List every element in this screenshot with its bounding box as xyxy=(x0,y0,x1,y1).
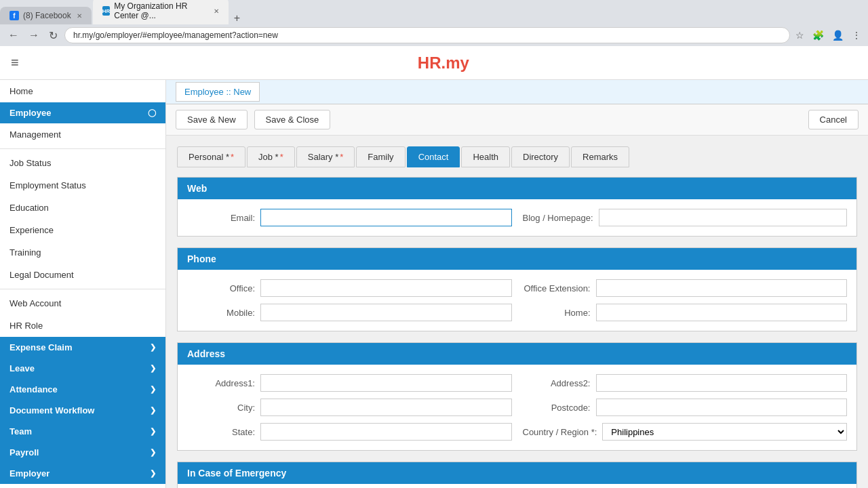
sidebar-expense-claim-label: Expense Claim xyxy=(9,342,73,352)
logo-suffix: my xyxy=(446,54,469,72)
country-label: Country / Region *: xyxy=(523,427,597,437)
sidebar-item-leave[interactable]: Leave ❯ xyxy=(0,358,165,379)
cancel-button[interactable]: Cancel xyxy=(808,110,859,129)
app-header: ≡ HR.my xyxy=(0,46,868,80)
breadcrumb-bar: Employee :: New xyxy=(166,80,868,104)
refresh-button[interactable]: ↻ xyxy=(46,28,60,43)
sidebar-item-employee[interactable]: Employee ◯ xyxy=(0,102,165,123)
sidebar: Home Employee ◯ Management Job Status Em… xyxy=(0,80,166,488)
address-section-header: Address xyxy=(178,343,856,365)
email-input[interactable] xyxy=(260,209,512,226)
sidebar-item-document-workflow[interactable]: Document Workflow ❯ xyxy=(0,400,165,421)
sidebar-employee-label: Employee xyxy=(9,108,51,118)
tab-hr-close[interactable]: ✕ xyxy=(214,7,219,15)
form-area: Personal * Job * Salary * Family Contact… xyxy=(166,136,868,488)
phone-section: Phone Office: Office Extension: xyxy=(177,247,857,331)
postcode-group: Postcode: xyxy=(523,399,848,416)
bookmark-star-icon[interactable]: ☆ xyxy=(794,28,806,42)
address-row2: City: Postcode: xyxy=(187,399,847,416)
mobile-phone-input[interactable] xyxy=(260,304,512,321)
payroll-chevron-icon: ❯ xyxy=(150,448,156,457)
sidebar-team-label: Team xyxy=(9,426,32,436)
address1-input[interactable] xyxy=(260,374,512,392)
sidebar-item-legal-document[interactable]: Legal Document xyxy=(0,264,165,286)
address1-label: Address1: xyxy=(187,378,255,388)
office-phone-input[interactable] xyxy=(260,279,512,297)
sidebar-item-education[interactable]: Education xyxy=(0,197,165,219)
breadcrumb[interactable]: Employee :: New xyxy=(176,82,260,102)
sidebar-legal-document-label: Legal Document xyxy=(9,270,74,280)
sidebar-item-experience[interactable]: Experience xyxy=(0,219,165,241)
phone-mobile-row: Mobile: Home: xyxy=(187,304,847,321)
email-label: Email: xyxy=(187,213,255,223)
hamburger-menu[interactable]: ≡ xyxy=(11,55,19,70)
tab-health[interactable]: Health xyxy=(461,146,510,167)
blog-group: Blog / Homepage: xyxy=(523,209,848,226)
phone-section-body: Office: Office Extension: Mobile: xyxy=(178,270,856,331)
city-label: City: xyxy=(187,403,255,413)
office-group: Office: xyxy=(187,279,512,297)
app-logo: HR.my xyxy=(30,54,857,73)
tab-remarks[interactable]: Remarks xyxy=(571,146,629,167)
tab-salary[interactable]: Salary * xyxy=(296,146,355,167)
office-ext-input[interactable] xyxy=(596,279,848,297)
tab-hr[interactable]: HR My Organization HR Center @... ✕ xyxy=(93,0,229,24)
sidebar-item-employment-status[interactable]: Employment Status xyxy=(0,174,165,197)
phone-section-header: Phone xyxy=(178,248,856,270)
email-group: Email: xyxy=(187,209,512,226)
tab-job[interactable]: Job * xyxy=(247,146,295,167)
attendance-chevron-icon: ❯ xyxy=(150,385,156,394)
back-button[interactable]: ← xyxy=(5,28,22,43)
home-phone-input[interactable] xyxy=(596,304,848,321)
address2-label: Address2: xyxy=(523,378,591,388)
sidebar-item-employer[interactable]: Employer ❯ xyxy=(0,463,165,484)
extensions-icon[interactable]: 🧩 xyxy=(811,28,825,42)
forward-button[interactable]: → xyxy=(26,28,42,43)
sidebar-item-hr-role[interactable]: HR Role xyxy=(0,314,165,337)
sidebar-item-expense-claim[interactable]: Expense Claim ❯ xyxy=(0,337,165,358)
tab-directory[interactable]: Directory xyxy=(511,146,570,167)
address2-input[interactable] xyxy=(596,374,848,392)
country-select[interactable]: Philippines Malaysia Singapore Indonesia… xyxy=(602,423,847,441)
tab-family[interactable]: Family xyxy=(356,146,405,167)
blog-input[interactable] xyxy=(599,209,847,226)
profile-icon[interactable]: 👤 xyxy=(831,28,845,42)
address1-group: Address1: xyxy=(187,374,512,392)
tab-facebook[interactable]: f (8) Facebook ✕ xyxy=(0,7,92,24)
sidebar-employer-label: Employer xyxy=(9,468,50,479)
sidebar-item-training[interactable]: Training xyxy=(0,241,165,264)
sidebar-item-team[interactable]: Team ❯ xyxy=(0,421,165,442)
tab-facebook-close[interactable]: ✕ xyxy=(77,12,82,20)
employee-chevron-icon: ◯ xyxy=(148,108,156,117)
office-label: Office: xyxy=(187,283,255,293)
city-input[interactable] xyxy=(260,399,512,416)
office-ext-group: Office Extension: xyxy=(523,279,848,297)
sidebar-item-job-status[interactable]: Job Status xyxy=(0,152,165,174)
sidebar-item-management[interactable]: Management xyxy=(0,123,165,146)
sidebar-job-status-label: Job Status xyxy=(9,158,51,168)
tab-contact[interactable]: Contact xyxy=(407,146,460,167)
facebook-favicon: f xyxy=(9,11,19,20)
expense-claim-chevron-icon: ❯ xyxy=(150,343,156,352)
sidebar-item-payroll[interactable]: Payroll ❯ xyxy=(0,442,165,463)
sidebar-management-label: Management xyxy=(9,129,61,140)
web-section-body: Email: Blog / Homepage: xyxy=(178,199,856,236)
hr-favicon: HR xyxy=(102,6,111,16)
sidebar-item-attendance[interactable]: Attendance ❯ xyxy=(0,379,165,400)
postcode-input[interactable] xyxy=(596,399,848,416)
state-input[interactable] xyxy=(260,423,512,441)
address-bar[interactable]: hr.my/go/employer/#employee/management?a… xyxy=(64,27,790,43)
main-panel: Employee :: New Save & New Save & Close … xyxy=(166,80,868,488)
address-section-body: Address1: Address2: City: xyxy=(178,365,856,450)
web-section-header: Web xyxy=(178,178,856,199)
save-close-button[interactable]: Save & Close xyxy=(254,110,331,129)
sidebar-experience-label: Experience xyxy=(9,225,54,235)
save-new-button[interactable]: Save & New xyxy=(176,110,248,129)
blog-label: Blog / Homepage: xyxy=(523,213,593,223)
new-tab-button[interactable]: + xyxy=(229,12,245,24)
tab-facebook-label: (8) Facebook xyxy=(23,11,71,20)
sidebar-item-home[interactable]: Home xyxy=(0,80,165,102)
menu-icon[interactable]: ⋮ xyxy=(850,28,863,42)
tab-personal[interactable]: Personal * xyxy=(177,146,245,167)
sidebar-item-web-account[interactable]: Web Account xyxy=(0,292,165,314)
